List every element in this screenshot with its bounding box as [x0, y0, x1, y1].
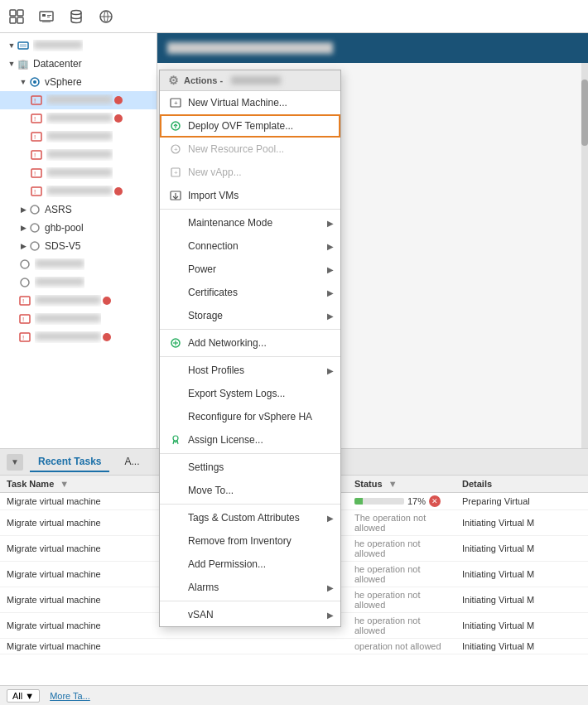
menu-item-power[interactable]: Power ▶	[160, 258, 340, 281]
menu-item-alarms[interactable]: Alarms ▶	[160, 576, 340, 599]
svg-rect-3	[17, 17, 23, 23]
sidebar-label-h8	[35, 313, 101, 325]
table-row[interactable]: Migrate virtual machineoperation not all…	[0, 639, 588, 654]
menu-item-remove-inventory[interactable]: Remove from Inventory	[160, 529, 340, 553]
menu-item-add-permission[interactable]: Add Permission...	[160, 553, 340, 576]
database-icon[interactable]	[66, 7, 86, 27]
svg-rect-5	[42, 14, 46, 17]
sidebar-label-h5	[46, 167, 113, 179]
menu-item-connection[interactable]: Connection ▶	[160, 234, 340, 258]
submenu-arrow-power: ▶	[327, 265, 334, 274]
sidebar-item-host5[interactable]: !	[0, 164, 157, 182]
menu-item-deploy-ovf[interactable]: Deploy OVF Template...	[160, 114, 340, 138]
settings-icon	[168, 460, 183, 475]
menu-label-deploy-ovf: Deploy OVF Template...	[188, 120, 293, 132]
actions-globe-icon[interactable]	[96, 7, 116, 27]
toolbar	[0, 0, 588, 33]
col-status-label: Status	[354, 479, 383, 489]
menu-separator-3	[160, 356, 340, 357]
menu-label-assign-license: Assign License...	[188, 434, 263, 446]
menu-item-export-logs[interactable]: Export System Logs...	[160, 382, 340, 405]
menu-item-move-to[interactable]: Move To...	[160, 479, 340, 502]
menu-item-add-networking[interactable]: Add Networking...	[160, 331, 340, 355]
menu-label-new-pool: New Resource Pool...	[188, 143, 284, 155]
sidebar-label-obj2	[35, 277, 84, 288]
sidebar-item-datacenter[interactable]: ▼ 🏢 Datacenter	[0, 55, 157, 73]
scrollbar-thumb[interactable]	[581, 80, 588, 146]
menu-item-import-vms[interactable]: Import VMs	[160, 184, 340, 207]
vm-toolbar-icon[interactable]	[36, 7, 56, 27]
filter-status-icon[interactable]: ▼	[388, 479, 398, 489]
sidebar-item-label-ghb: ghb-pool	[45, 222, 84, 234]
layout-icon[interactable]	[7, 7, 27, 27]
filter-dropdown-label: All	[12, 691, 22, 701]
svg-rect-4	[40, 12, 53, 21]
menu-item-certificates[interactable]: Certificates ▶	[160, 281, 340, 304]
task-details-cell: Initiating Virtual M	[455, 536, 588, 562]
menu-item-new-vm[interactable]: + New Virtual Machine...	[160, 91, 340, 114]
host-icon	[17, 39, 30, 52]
sidebar-item-host9[interactable]: !	[0, 328, 157, 346]
deploy-ovf-icon	[168, 118, 183, 133]
menu-item-new-pool: + New Resource Pool...	[160, 138, 340, 161]
host-error-icon8: !	[18, 312, 31, 326]
collapse-button[interactable]: ▼	[7, 454, 23, 471]
tree-arrow-sds: ▶	[18, 241, 28, 251]
menu-label-add-networking: Add Networking...	[188, 337, 267, 349]
content-scrollbar[interactable]	[581, 63, 588, 448]
sds-icon	[28, 239, 41, 253]
sidebar-item-host6[interactable]: !	[0, 182, 157, 200]
menu-item-host-profiles[interactable]: Host Profiles ▶	[160, 359, 340, 382]
tab-alarms[interactable]: A...	[116, 452, 147, 472]
submenu-arrow-vsan: ▶	[327, 611, 334, 620]
sidebar-item-vsphere[interactable]: ▼ vSphere	[0, 73, 157, 91]
tree-container: ▼ ▼ 🏢 Datacenter ▼ vSphere	[0, 33, 157, 350]
sidebar-label-h3	[46, 131, 113, 142]
sidebar-item-obj1[interactable]	[0, 255, 157, 273]
menu-item-vsan[interactable]: vSAN ▶	[160, 603, 340, 626]
sidebar-item-host3[interactable]: !	[0, 128, 157, 146]
sidebar-item-label-asrs: ASRS	[45, 204, 72, 215]
menu-item-tags-custom[interactable]: Tags & Custom Attributes ▶	[160, 506, 340, 529]
svg-rect-20	[31, 133, 41, 141]
host-error-icon4: !	[30, 148, 43, 162]
submenu-arrow-storage: ▶	[327, 311, 334, 321]
menu-label-vsan: vSAN	[188, 609, 214, 620]
menu-item-settings[interactable]: Settings	[160, 456, 340, 479]
menu-item-assign-license[interactable]: Assign License...	[160, 428, 340, 451]
sidebar-item-obj2[interactable]	[0, 273, 157, 292]
host-error-icon6: !	[30, 185, 43, 198]
filter-task-name-icon[interactable]: ▼	[60, 479, 70, 489]
menu-label-new-vapp: New vApp...	[188, 167, 242, 178]
menu-item-maintenance[interactable]: Maintenance Mode ▶	[160, 211, 340, 234]
sidebar-item-ghb-pool[interactable]: ▶ ghb-pool	[0, 219, 157, 237]
sidebar-label-obj1	[35, 258, 84, 270]
svg-text:!: !	[34, 188, 36, 196]
sidebar-item-host7[interactable]: !	[0, 292, 157, 310]
menu-item-storage[interactable]: Storage ▶	[160, 304, 340, 327]
sidebar-item-host1[interactable]: !	[0, 91, 157, 109]
tab-recent-tasks[interactable]: Recent Tasks	[30, 452, 109, 472]
menu-label-storage: Storage	[188, 310, 223, 321]
sidebar-item-root[interactable]: ▼	[0, 36, 157, 55]
sidebar-label-h7	[35, 295, 101, 307]
sidebar-label-h2	[46, 113, 113, 124]
menu-label-import-vms: Import VMs	[188, 190, 239, 201]
svg-rect-2	[10, 17, 16, 23]
sidebar-item-host8[interactable]: !	[0, 310, 157, 328]
sidebar-item-label-datacenter: Datacenter	[33, 58, 82, 70]
sidebar-item-sds[interactable]: ▶ SDS-V5	[0, 237, 157, 255]
cancel-task-button[interactable]: ✕	[429, 495, 441, 507]
more-tasks-button[interactable]: More Ta...	[43, 690, 97, 702]
svg-rect-13	[20, 44, 27, 47]
sidebar-item-host4[interactable]: !	[0, 146, 157, 164]
actions-menu-icon: ⚙	[168, 74, 179, 87]
sidebar-item-host2[interactable]: !	[0, 109, 157, 128]
filter-dropdown[interactable]: All ▼	[7, 689, 40, 703]
menu-separator-2	[160, 329, 340, 330]
menu-item-reconfig-ha[interactable]: Reconfigure for vSphere HA	[160, 405, 340, 428]
host-error-icon3: !	[30, 130, 43, 143]
sidebar-item-asrs[interactable]: ▶ ASRS	[0, 200, 157, 219]
obj2-icon	[18, 276, 31, 289]
context-menu-header: ⚙ Actions -	[160, 70, 340, 91]
